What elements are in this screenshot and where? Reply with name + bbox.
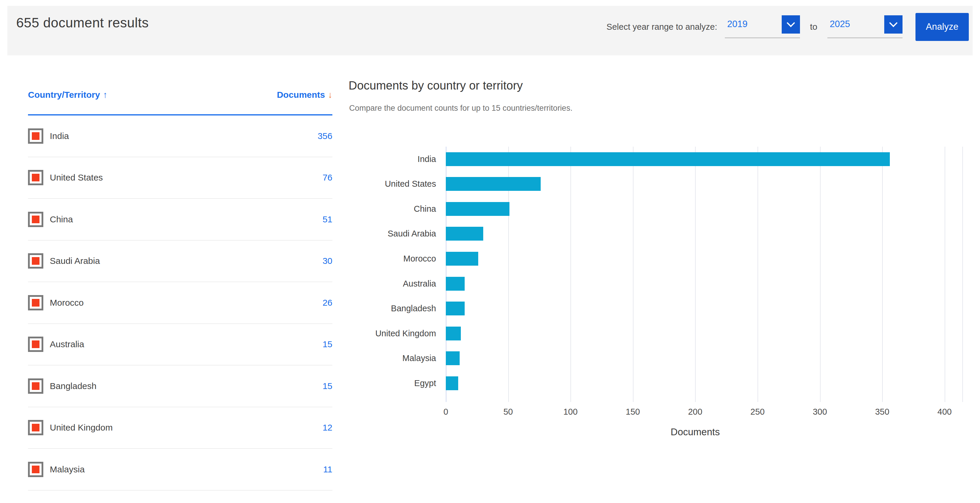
- bar[interactable]: [446, 277, 465, 291]
- country-checkbox[interactable]: [28, 295, 43, 310]
- x-axis-label: Documents: [446, 427, 945, 438]
- bar-chart-plot: [446, 147, 963, 402]
- y-axis-label: China: [339, 202, 436, 216]
- checkbox-selected-mark: [32, 466, 40, 473]
- y-axis-label: Malaysia: [339, 351, 436, 365]
- x-tick-label: 400: [927, 407, 963, 417]
- gridline: [945, 147, 945, 402]
- list-item: Morocco 26: [28, 282, 332, 324]
- list-item: Saudi Arabia 30: [28, 241, 332, 282]
- gridline: [695, 147, 696, 402]
- page: 655 document results Select year range t…: [0, 0, 980, 503]
- list-item: India 356: [28, 116, 332, 157]
- document-count-link[interactable]: 356: [318, 131, 332, 141]
- country-checkbox[interactable]: [28, 129, 43, 144]
- country-name: India: [50, 131, 318, 141]
- list-item: Australia 15: [28, 324, 332, 366]
- sort-asc-icon: ↑: [103, 90, 107, 100]
- country-checkbox[interactable]: [28, 336, 43, 352]
- document-count-link[interactable]: 15: [323, 339, 332, 349]
- year-to-dropdown[interactable]: 2025: [827, 15, 902, 38]
- year-from-dropdown-button[interactable]: [782, 15, 800, 33]
- document-count-link[interactable]: 12: [323, 423, 332, 433]
- year-to-dropdown-button[interactable]: [884, 15, 902, 33]
- sort-country-header[interactable]: Country/Territory↑: [28, 90, 107, 100]
- country-name: Bangladesh: [50, 381, 323, 391]
- bar[interactable]: [446, 351, 460, 365]
- to-label: to: [810, 22, 817, 32]
- country-checkbox[interactable]: [28, 420, 43, 435]
- country-name: Morocco: [50, 298, 323, 308]
- x-tick-label: 200: [678, 407, 713, 417]
- document-count-link[interactable]: 11: [323, 465, 332, 474]
- checkbox-selected-mark: [32, 257, 40, 265]
- gridline: [882, 147, 883, 402]
- country-name: China: [50, 214, 323, 224]
- country-name: Malaysia: [50, 465, 323, 474]
- gridline: [570, 147, 571, 402]
- gridline: [757, 147, 758, 402]
- country-checkbox[interactable]: [28, 378, 43, 394]
- year-range-controls: Select year range to analyze: 2019 to 20…: [606, 10, 969, 44]
- y-axis-label: Egypt: [339, 376, 436, 390]
- y-axis-label: Australia: [339, 277, 436, 291]
- country-name: United States: [50, 173, 323, 182]
- year-from-dropdown[interactable]: 2019: [725, 15, 800, 38]
- sort-documents-header[interactable]: Documents↓: [277, 90, 332, 100]
- chart-subtitle: Compare the document counts for up to 15…: [349, 104, 573, 113]
- year-to-value: 2025: [830, 19, 850, 29]
- y-axis-label: United Kingdom: [339, 327, 436, 340]
- bar[interactable]: [446, 227, 483, 241]
- bar[interactable]: [446, 177, 541, 191]
- country-checkbox[interactable]: [28, 462, 43, 477]
- country-name: Australia: [50, 339, 323, 349]
- year-from-value: 2019: [727, 19, 748, 29]
- y-axis-label: Bangladesh: [339, 301, 436, 316]
- chart-title: Documents by country or territory: [348, 79, 523, 92]
- checkbox-selected-mark: [32, 340, 40, 348]
- checkbox-selected-mark: [32, 132, 40, 140]
- list-item: China 51: [28, 199, 332, 241]
- x-tick-label: 150: [615, 407, 651, 417]
- x-tick-label: 300: [802, 407, 838, 417]
- y-axis-label: Saudi Arabia: [339, 227, 436, 241]
- checkbox-selected-mark: [32, 382, 40, 390]
- country-list: India 356 United States 76 China 51 Saud…: [28, 116, 332, 490]
- year-range-label: Select year range to analyze:: [606, 22, 717, 32]
- document-count-link[interactable]: 26: [323, 298, 332, 308]
- country-header-label: Country/Territory: [28, 90, 100, 100]
- y-axis-labels: IndiaUnited StatesChinaSaudi ArabiaMoroc…: [339, 147, 436, 402]
- checkbox-selected-mark: [32, 424, 40, 432]
- bar[interactable]: [446, 252, 478, 266]
- x-tick-label: 50: [491, 407, 526, 417]
- country-checkbox[interactable]: [28, 253, 43, 268]
- bar[interactable]: [446, 327, 461, 340]
- chevron-down-icon: [889, 19, 897, 27]
- list-item: United Kingdom 12: [28, 407, 332, 449]
- document-count-link[interactable]: 51: [323, 214, 332, 224]
- country-name: United Kingdom: [50, 423, 323, 433]
- x-tick-label: 0: [428, 407, 463, 417]
- document-count-link[interactable]: 76: [323, 173, 332, 182]
- y-axis-label: United States: [339, 177, 436, 191]
- x-tick-label: 100: [553, 407, 588, 417]
- bar[interactable]: [446, 301, 465, 316]
- chevron-down-icon: [787, 19, 795, 27]
- country-checkbox[interactable]: [28, 212, 43, 227]
- y-axis-label: India: [339, 152, 436, 166]
- bar[interactable]: [446, 202, 509, 216]
- gridline: [820, 147, 821, 402]
- y-axis-label: Morocco: [339, 252, 436, 266]
- documents-header-label: Documents: [277, 90, 325, 100]
- list-header: Country/Territory↑ Documents↓: [28, 90, 332, 105]
- country-checkbox[interactable]: [28, 170, 43, 185]
- checkbox-selected-mark: [32, 174, 40, 181]
- bar[interactable]: [446, 152, 890, 166]
- sort-desc-icon: ↓: [328, 90, 332, 100]
- bar[interactable]: [446, 376, 458, 390]
- document-count-link[interactable]: 30: [323, 256, 332, 266]
- document-count-link[interactable]: 15: [323, 381, 332, 391]
- gridline: [633, 147, 633, 402]
- results-header: 655 document results Select year range t…: [7, 6, 973, 56]
- analyze-button[interactable]: Analyze: [915, 13, 969, 41]
